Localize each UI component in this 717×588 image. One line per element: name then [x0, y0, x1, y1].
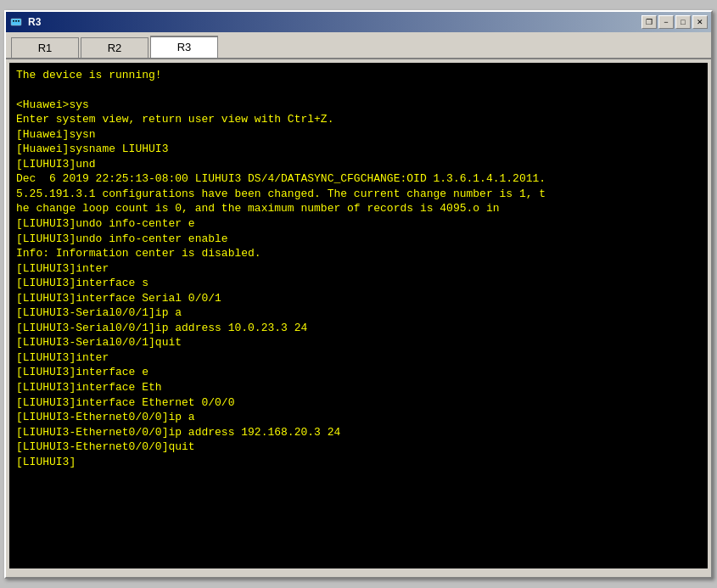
main-window: R3 ❐ − □ ✕ R1 R2 R3 The device is runnin…: [4, 10, 713, 579]
svg-rect-3: [18, 20, 20, 22]
minimize-button[interactable]: −: [658, 15, 674, 29]
terminal-line: [LIUHUI3]undo info-center e: [16, 216, 701, 232]
terminal-line: <Huawei>sys: [16, 98, 701, 113]
terminal-line: [LIUHUI3]interface Ethernet 0/0/0: [16, 395, 701, 411]
terminal-output[interactable]: The device is running! <Huawei>sysEnter …: [9, 63, 708, 568]
restore-button[interactable]: ❐: [641, 15, 657, 29]
terminal-line: [LIUHUI3]inter: [16, 261, 701, 277]
terminal-line: [LIUHUI3]: [16, 455, 701, 470]
svg-rect-0: [11, 19, 21, 25]
tab-r2[interactable]: R2: [81, 37, 148, 58]
terminal-line: he change loop count is 0, and the maxim…: [16, 201, 701, 216]
terminal-line: [LIUHUI3-Serial0/0/1]ip a: [16, 305, 701, 321]
title-bar-controls: ❐ − □ ✕: [641, 15, 708, 29]
terminal-line: The device is running!: [16, 68, 701, 83]
svg-rect-2: [15, 20, 17, 22]
terminal-line: Info: Information center is disabled.: [16, 246, 701, 261]
terminal-line: [Huawei]sysname LIUHUI3: [16, 142, 701, 157]
terminal-line: Dec 6 2019 22:25:13-08:00 LIUHUI3 DS/4/D…: [16, 171, 701, 187]
title-bar-left: R3: [9, 15, 41, 29]
terminal-line: [LIUHUI3-Serial0/0/1]ip address 10.0.23.…: [16, 321, 701, 336]
terminal-line: [LIUHUI3-Ethernet0/0/0]ip address 192.16…: [16, 425, 701, 440]
terminal-line: [LIUHUI3]undo info-center enable: [16, 232, 701, 247]
terminal-line: Enter system view, return user view with…: [16, 112, 701, 127]
tab-r3[interactable]: R3: [150, 36, 218, 58]
window-title: R3: [28, 16, 41, 28]
terminal-line: [LIUHUI3-Serial0/0/1]quit: [16, 335, 701, 350]
tab-r1[interactable]: R1: [11, 37, 79, 58]
terminal-line: [LIUHUI3]inter: [16, 350, 701, 366]
terminal-line: [LIUHUI3]interface e: [16, 365, 701, 380]
terminal-line: [LIUHUI3]interface s: [16, 276, 701, 291]
maximize-button[interactable]: □: [675, 15, 691, 29]
title-bar: R3 ❐ − □ ✕: [6, 12, 711, 32]
close-button[interactable]: ✕: [692, 15, 708, 29]
terminal-line: [LIUHUI3]und: [16, 157, 701, 172]
terminal-line: [LIUHUI3-Ethernet0/0/0]ip a: [16, 410, 701, 425]
router-icon: [9, 15, 23, 29]
terminal-line: [LIUHUI3-Ethernet0/0/0]quit: [16, 440, 701, 455]
tabs-bar: R1 R2 R3: [6, 32, 711, 59]
terminal-line: [LIUHUI3]interface Eth: [16, 380, 701, 395]
svg-rect-1: [13, 20, 14, 22]
terminal-line: [16, 82, 701, 98]
terminal-line: [LIUHUI3]interface Serial 0/0/1: [16, 291, 701, 306]
terminal-line: [Huawei]sysn: [16, 127, 701, 143]
terminal-line: 5.25.191.3.1 configurations have been ch…: [16, 187, 701, 202]
